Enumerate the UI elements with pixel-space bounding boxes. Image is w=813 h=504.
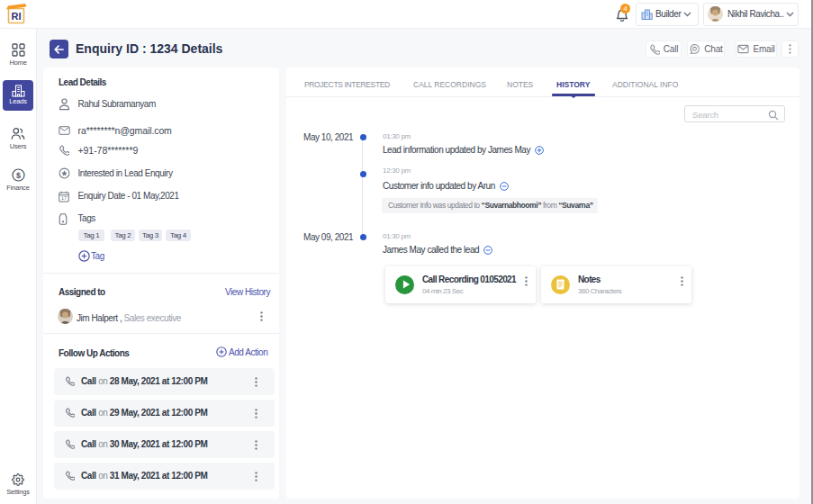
svg-text:17: 17 (61, 195, 67, 201)
svg-text:$: $ (15, 171, 20, 180)
svg-text:RI: RI (12, 11, 22, 22)
